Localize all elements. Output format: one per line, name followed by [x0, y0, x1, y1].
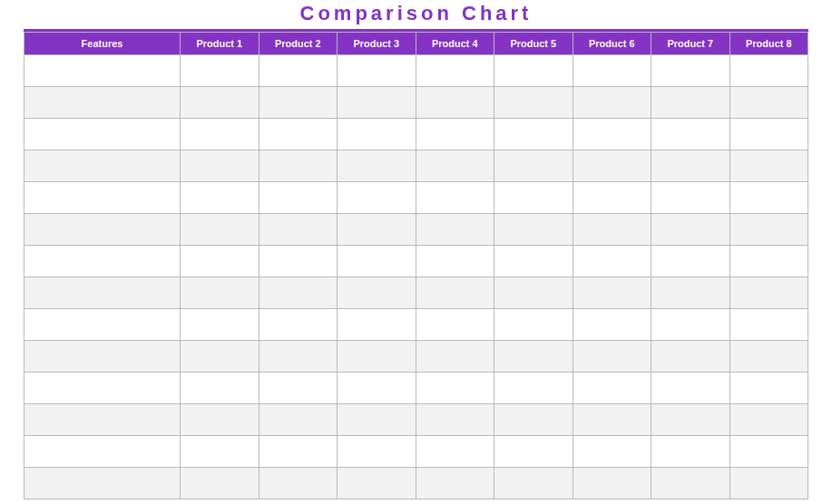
table-cell[interactable] — [181, 341, 259, 373]
table-cell[interactable] — [651, 373, 730, 404]
table-cell[interactable] — [416, 468, 494, 499]
table-cell[interactable] — [573, 246, 651, 277]
table-cell[interactable] — [651, 436, 730, 468]
table-cell[interactable] — [494, 341, 573, 373]
table-cell[interactable] — [729, 277, 808, 309]
table-cell[interactable] — [259, 119, 338, 150]
table-cell[interactable] — [416, 277, 494, 309]
table-cell[interactable] — [729, 182, 808, 214]
table-cell[interactable] — [573, 341, 651, 373]
table-cell[interactable] — [338, 182, 416, 214]
table-cell[interactable] — [181, 404, 259, 436]
table-cell[interactable] — [729, 468, 808, 499]
table-cell[interactable] — [573, 214, 651, 246]
table-cell[interactable] — [651, 277, 730, 309]
table-cell[interactable] — [181, 373, 259, 404]
table-cell[interactable] — [494, 119, 573, 150]
table-cell[interactable] — [416, 182, 494, 214]
table-cell[interactable] — [259, 404, 338, 436]
table-cell[interactable] — [24, 55, 181, 87]
table-cell[interactable] — [573, 404, 651, 436]
table-cell[interactable] — [259, 246, 338, 277]
table-cell[interactable] — [24, 119, 181, 150]
table-cell[interactable] — [181, 119, 259, 150]
table-cell[interactable] — [416, 214, 494, 246]
table-cell[interactable] — [338, 87, 416, 119]
table-cell[interactable] — [24, 309, 181, 341]
table-cell[interactable] — [181, 468, 259, 499]
table-cell[interactable] — [416, 341, 494, 373]
table-cell[interactable] — [416, 309, 494, 341]
table-cell[interactable] — [24, 468, 181, 499]
table-cell[interactable] — [573, 55, 651, 87]
table-cell[interactable] — [729, 309, 808, 341]
table-cell[interactable] — [573, 436, 651, 468]
table-cell[interactable] — [494, 87, 573, 119]
table-cell[interactable] — [181, 309, 259, 341]
table-cell[interactable] — [416, 119, 494, 150]
table-cell[interactable] — [338, 309, 416, 341]
table-cell[interactable] — [651, 119, 730, 150]
table-cell[interactable] — [729, 87, 808, 119]
table-cell[interactable] — [259, 468, 338, 499]
table-cell[interactable] — [651, 150, 730, 182]
table-cell[interactable] — [651, 404, 730, 436]
table-cell[interactable] — [651, 182, 730, 214]
table-cell[interactable] — [24, 341, 181, 373]
table-cell[interactable] — [416, 150, 494, 182]
table-cell[interactable] — [729, 214, 808, 246]
table-cell[interactable] — [729, 119, 808, 150]
table-cell[interactable] — [416, 55, 494, 87]
table-cell[interactable] — [259, 309, 338, 341]
table-cell[interactable] — [494, 277, 573, 309]
table-cell[interactable] — [573, 87, 651, 119]
table-cell[interactable] — [573, 373, 651, 404]
table-cell[interactable] — [181, 55, 259, 87]
table-cell[interactable] — [259, 277, 338, 309]
table-cell[interactable] — [416, 87, 494, 119]
table-cell[interactable] — [338, 341, 416, 373]
table-cell[interactable] — [573, 150, 651, 182]
table-cell[interactable] — [24, 373, 181, 404]
table-cell[interactable] — [338, 55, 416, 87]
table-cell[interactable] — [416, 436, 494, 468]
table-cell[interactable] — [651, 214, 730, 246]
table-cell[interactable] — [651, 309, 730, 341]
table-cell[interactable] — [416, 404, 494, 436]
table-cell[interactable] — [338, 404, 416, 436]
table-cell[interactable] — [338, 150, 416, 182]
table-cell[interactable] — [338, 119, 416, 150]
table-cell[interactable] — [651, 341, 730, 373]
table-cell[interactable] — [24, 87, 181, 119]
table-cell[interactable] — [338, 436, 416, 468]
table-cell[interactable] — [573, 182, 651, 214]
table-cell[interactable] — [338, 468, 416, 499]
table-cell[interactable] — [181, 277, 259, 309]
table-cell[interactable] — [494, 182, 573, 214]
table-cell[interactable] — [181, 246, 259, 277]
table-cell[interactable] — [729, 373, 808, 404]
table-cell[interactable] — [338, 373, 416, 404]
table-cell[interactable] — [573, 119, 651, 150]
table-cell[interactable] — [259, 214, 338, 246]
table-cell[interactable] — [494, 373, 573, 404]
table-cell[interactable] — [494, 468, 573, 499]
table-cell[interactable] — [338, 214, 416, 246]
table-cell[interactable] — [729, 404, 808, 436]
table-cell[interactable] — [181, 87, 259, 119]
table-cell[interactable] — [181, 182, 259, 214]
table-cell[interactable] — [181, 150, 259, 182]
table-cell[interactable] — [651, 87, 730, 119]
table-cell[interactable] — [24, 214, 181, 246]
table-cell[interactable] — [259, 182, 338, 214]
table-cell[interactable] — [181, 436, 259, 468]
table-cell[interactable] — [259, 55, 338, 87]
table-cell[interactable] — [494, 150, 573, 182]
table-cell[interactable] — [729, 150, 808, 182]
table-cell[interactable] — [573, 468, 651, 499]
table-cell[interactable] — [338, 246, 416, 277]
table-cell[interactable] — [494, 55, 573, 87]
table-cell[interactable] — [24, 277, 181, 309]
table-cell[interactable] — [24, 182, 181, 214]
table-cell[interactable] — [494, 309, 573, 341]
